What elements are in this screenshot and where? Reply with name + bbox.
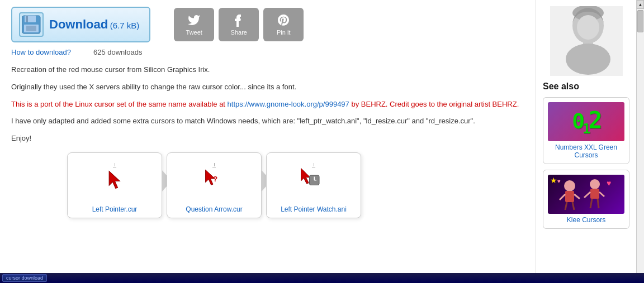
taskbar: cursor download [0,273,644,283]
taskbar-item[interactable]: cursor download [2,274,47,282]
description: Recreation of the red mouse cursor from … [11,64,524,145]
cursor-label-left-pointer[interactable]: Left Pointer.cur [92,205,138,213]
cursor-preview-left-pointer [75,159,154,203]
tweet-button[interactable]: Tweet [174,8,214,41]
desc-para3-suffix: by BEHRZ. Credit goes to the original ar… [349,100,519,108]
download-text: Download (6.7 kB) [49,17,139,32]
user-avatar [550,6,623,76]
svg-rect-4 [26,26,36,31]
cursor-preview-question-arrow: ? [175,159,253,203]
svg-point-17 [577,15,599,40]
download-label: Download [49,17,108,31]
pin-button[interactable]: Pin it [263,8,304,41]
svg-line-28 [590,199,592,208]
download-size: (6.7 kB) [110,21,140,30]
sidebar: See also 012 Numbers XXL Green Cursors ★ [536,0,636,283]
question-arrow-cursor-icon: ? [203,169,223,189]
klee-preview: ★ [548,175,624,214]
cursor-previews: Left Pointer.cur ? Question Arrow.cur [11,152,524,218]
facebook-icon [232,13,245,27]
svg-point-18 [564,180,575,191]
scrollbar-thumb[interactable] [637,10,643,32]
desc-para5: Enjoy! [11,133,524,145]
downloads-count: 625 downloads [93,48,142,56]
svg-rect-19 [565,191,574,202]
scrollbar[interactable]: ▲ ▼ [636,0,644,283]
floppy-disk-icon [19,12,44,37]
left-pointer-cursor-icon [106,170,126,190]
numbers-preview: 012 [548,102,624,141]
share-button[interactable]: Share [219,8,259,41]
twitter-icon [187,13,201,27]
cursor-label-question-arrow[interactable]: Question Arrow.cur [186,205,242,213]
svg-text:?: ? [213,174,217,183]
see-also-title: See also [543,81,629,92]
gnome-look-link[interactable]: https://www.gnome-look.org/p/999497 [228,100,349,108]
left-pointer-watch-cursor-icon [300,167,322,189]
svg-point-24 [590,179,600,189]
svg-text:♥: ♥ [557,178,561,184]
download-button[interactable]: Download (6.7 kB) [11,7,150,42]
share-label: Share [231,29,247,36]
see-also-card-numbers[interactable]: 012 Numbers XXL Green Cursors [543,97,629,164]
scrollbar-track[interactable] [637,9,644,274]
svg-marker-8 [301,168,310,184]
star-icon: ★ [550,176,557,185]
cursor-card-question-arrow[interactable]: ? Question Arrow.cur [167,152,262,218]
social-buttons: Tweet Share Pin it [174,8,304,41]
svg-line-22 [565,202,567,210]
svg-rect-2 [26,16,28,22]
how-to-download-link[interactable]: How to download? [11,48,71,56]
svg-line-23 [572,202,574,210]
svg-point-16 [566,44,610,75]
meta-row: How to download? 625 downloads [11,48,524,56]
pin-label: Pin it [277,29,290,36]
svg-line-29 [598,199,599,208]
svg-line-20 [560,194,565,200]
scrollbar-up-button[interactable]: ▲ [637,0,644,9]
cursor-card-left-pointer-watch[interactable]: Left Pointer Watch.ani [266,152,361,218]
desc-para3-text: This is a port of the Linux cursor set o… [11,100,228,108]
desc-para3: This is a port of the Linux cursor set o… [11,99,524,111]
desc-para2: Originally they used the X servers abili… [11,81,524,93]
pinterest-icon [277,13,290,27]
svg-line-26 [584,192,590,198]
svg-marker-5 [109,171,120,189]
see-also-name-klee[interactable]: Klee Cursors [548,216,624,224]
cursor-preview-left-pointer-watch [274,159,353,203]
svg-line-21 [574,194,580,199]
klee-cursors-preview-svg: ♥ ♥ [553,178,620,211]
svg-rect-25 [590,189,599,199]
see-also-name-numbers[interactable]: Numbers XXL Green Cursors [548,143,624,159]
svg-line-27 [599,192,604,196]
desc-para4: I have only adapted and added some extra… [11,116,524,127]
avatar-area [543,4,629,77]
svg-text:♥: ♥ [607,179,611,188]
cursor-label-left-pointer-watch[interactable]: Left Pointer Watch.ani [281,205,347,213]
cursor-card-left-pointer[interactable]: Left Pointer.cur [67,152,162,218]
see-also-card-klee[interactable]: ★ [543,170,629,229]
tweet-label: Tweet [186,29,202,36]
desc-para1: Recreation of the red mouse cursor from … [11,64,524,76]
